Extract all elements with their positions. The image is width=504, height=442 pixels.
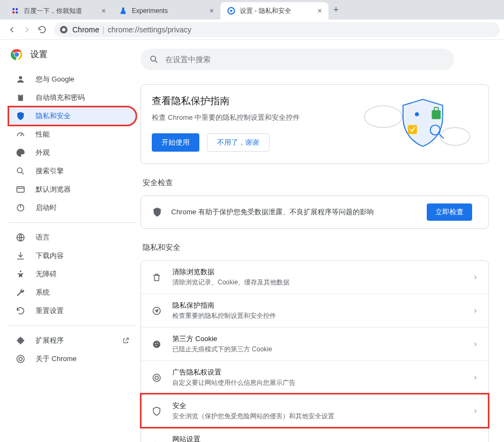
- sidebar-item-label: 重置设置: [36, 306, 64, 316]
- guide-start-button[interactable]: 开始使用: [152, 133, 199, 152]
- safety-section-label: 安全检查: [143, 178, 489, 188]
- svg-point-7: [62, 28, 65, 31]
- new-tab-button[interactable]: +: [328, 4, 344, 16]
- svg-point-2: [12, 11, 15, 13]
- sidebar-item-label: 无障碍: [36, 269, 57, 279]
- guide-dismiss-button[interactable]: 不用了，谢谢: [207, 133, 270, 152]
- back-button[interactable]: [4, 22, 19, 37]
- sidebar-item-default-browser[interactable]: 默认浏览器: [9, 180, 136, 199]
- sidebar-item-languages[interactable]: 语言: [9, 228, 136, 247]
- browser-icon: [15, 184, 26, 195]
- svg-point-11: [19, 76, 22, 79]
- sidebar-item-label: 自动填充和密码: [36, 93, 85, 103]
- external-link-icon: [122, 337, 130, 344]
- row-site-settings[interactable]: 网站设置控制网站可以使用和显示什么信息（如位置信息、摄像头、弹出式窗口及其他）: [141, 427, 488, 442]
- svg-point-22: [365, 106, 402, 127]
- browser-tab[interactable]: Experiments ×: [112, 2, 220, 19]
- svg-point-3: [16, 11, 18, 13]
- svg-point-28: [415, 112, 419, 116]
- browser-toolbar: Chrome | chrome://settings/privacy: [0, 19, 504, 40]
- sidebar-item-accessibility[interactable]: 无障碍: [9, 265, 136, 283]
- sidebar-item-startup[interactable]: 启动时: [9, 199, 136, 217]
- row-title: 清除浏览数据: [172, 267, 472, 277]
- shield-icon: [15, 111, 26, 121]
- browser-tab[interactable]: 百度一下，你就知道 ×: [4, 2, 112, 19]
- browser-tab-active[interactable]: 设置 - 隐私和安全 ×: [220, 2, 328, 19]
- address-bar[interactable]: Chrome | chrome://settings/privacy: [54, 22, 500, 37]
- sidebar-item-extensions[interactable]: 扩展程序: [9, 331, 136, 350]
- download-icon: [15, 250, 26, 261]
- row-clear-browsing-data[interactable]: 清除浏览数据清除浏览记录、Cookie、缓存及其他数据: [141, 261, 488, 294]
- chevron-right-icon: [472, 308, 479, 314]
- sidebar-item-label: 扩展程序: [36, 336, 64, 345]
- close-icon[interactable]: ×: [102, 6, 106, 15]
- sidebar-item-performance[interactable]: 性能: [9, 125, 136, 144]
- sidebar-item-reset[interactable]: 重置设置: [9, 302, 136, 320]
- clipboard-icon: [15, 92, 26, 103]
- sidebar-item-appearance[interactable]: 外观: [9, 144, 136, 162]
- sidebar-item-label: 隐私和安全: [36, 111, 71, 121]
- chevron-right-icon: [472, 274, 479, 281]
- chevron-right-icon: [472, 341, 479, 348]
- svg-point-33: [156, 345, 157, 346]
- shield-icon: [151, 406, 163, 416]
- address-path: chrome://settings/privacy: [107, 25, 191, 34]
- forward-button[interactable]: [19, 22, 35, 37]
- sidebar-item-label: 系统: [36, 288, 50, 297]
- settings-search[interactable]: [140, 49, 454, 70]
- sidebar-item-about[interactable]: 关于 Chrome: [9, 350, 136, 368]
- ads-icon: [151, 373, 163, 383]
- browser-tabbar: 百度一下，你就知道 × Experiments × 设置 - 隐私和安全 × +: [0, 0, 504, 19]
- sidebar-item-system[interactable]: 系统: [9, 283, 136, 302]
- reset-icon: [15, 305, 26, 316]
- chrome-icon: [59, 25, 68, 34]
- address-host: Chrome: [72, 25, 99, 34]
- row-security[interactable]: 安全安全浏览（保护您免受危险网站的侵害）和其他安全设置: [141, 394, 488, 427]
- wrench-icon: [15, 287, 26, 298]
- accessibility-icon: [15, 269, 26, 280]
- tab-title: 百度一下，你就知道: [24, 6, 98, 16]
- close-icon[interactable]: ×: [210, 6, 214, 15]
- reload-button[interactable]: [35, 22, 50, 37]
- close-icon[interactable]: ×: [318, 6, 322, 15]
- svg-point-19: [17, 355, 24, 363]
- row-ad-privacy[interactable]: 广告隐私权设置自定义要让网站使用什么信息向您展示广告: [141, 361, 488, 394]
- svg-point-1: [16, 8, 18, 10]
- privacy-guide-card: 查看隐私保护指南 检查 Chrome 中重要的隐私控制设置和安全控件 开始使用 …: [140, 84, 489, 164]
- settings-search-input[interactable]: [165, 55, 445, 64]
- safety-check-button[interactable]: 立即检查: [427, 203, 472, 221]
- svg-rect-13: [19, 94, 22, 96]
- cookie-icon: [151, 339, 163, 349]
- sliders-icon: [151, 440, 163, 443]
- row-title: 安全: [172, 401, 472, 411]
- sidebar-item-label: 语言: [36, 233, 50, 242]
- settings-main: 查看隐私保护指南 检查 Chrome 中重要的隐私控制设置和安全控件 开始使用 …: [140, 49, 504, 442]
- sidebar-item-you-and-google[interactable]: 您与 Google: [9, 70, 136, 89]
- speedometer-icon: [15, 129, 26, 140]
- row-subtitle: 已阻止无痕模式下的第三方 Cookie: [172, 345, 472, 354]
- row-title: 网站设置: [172, 434, 472, 442]
- row-privacy-guide[interactable]: 隐私保护指南检查重要的隐私控制设置和安全控件: [141, 294, 488, 327]
- sidebar-item-label: 下载内容: [36, 251, 64, 261]
- chrome-icon: [15, 353, 26, 364]
- trash-icon: [151, 273, 163, 282]
- svg-point-34: [153, 374, 160, 382]
- sidebar-item-search[interactable]: 搜索引擎: [9, 162, 136, 180]
- sidebar-item-privacy[interactable]: 隐私和安全: [9, 107, 136, 125]
- sidebar-item-autofill[interactable]: 自动填充和密码: [9, 89, 136, 107]
- svg-point-23: [440, 127, 470, 145]
- svg-point-5: [230, 10, 232, 12]
- guide-title: 查看隐私保护指南: [152, 94, 353, 107]
- divider: [9, 325, 136, 326]
- power-icon: [15, 202, 26, 213]
- baidu-favicon-icon: [11, 6, 19, 15]
- row-third-party-cookies[interactable]: 第三方 Cookie已阻止无痕模式下的第三方 Cookie: [141, 327, 488, 361]
- sidebar-item-downloads[interactable]: 下载内容: [9, 247, 136, 265]
- guide-subtitle: 检查 Chrome 中重要的隐私控制设置和安全控件: [152, 113, 353, 123]
- compass-icon: [151, 306, 163, 316]
- search-icon: [149, 55, 159, 64]
- row-subtitle: 清除浏览记录、Cookie、缓存及其他数据: [172, 278, 472, 287]
- palette-icon: [15, 147, 26, 158]
- divider: [9, 222, 136, 223]
- row-title: 第三方 Cookie: [172, 334, 472, 344]
